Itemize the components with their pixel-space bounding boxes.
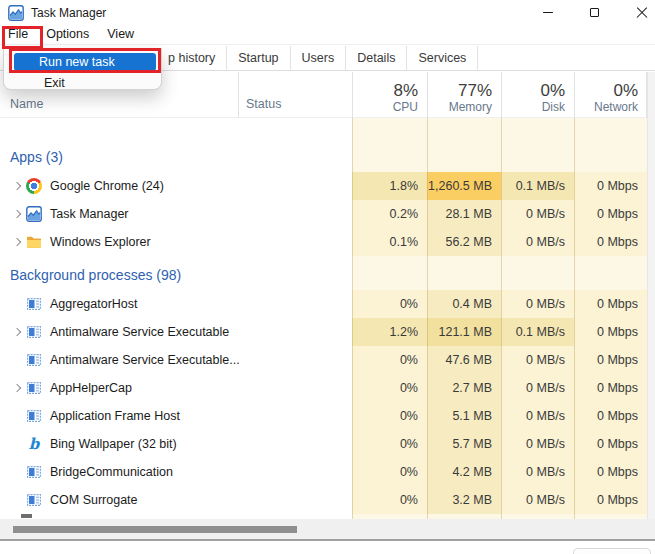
process-row[interactable]: BridgeCommunication0%4.2 MB0 MB/s0 Mbps — [0, 458, 647, 486]
tab-services[interactable]: Services — [407, 46, 478, 70]
process-group-header[interactable]: Background processes (98) — [0, 256, 647, 290]
network-value-cell: 0 Mbps — [574, 430, 647, 458]
network-value-cell: 0 Mbps — [574, 486, 647, 514]
network-value-cell: 0 Mbps — [574, 346, 647, 374]
disk-value-cell: 0 MB/s — [501, 200, 574, 228]
process-table-body: Apps (3)Google Chrome (24)1.8%1,260.5 MB… — [0, 118, 647, 519]
process-row[interactable]: AppHelperCap0%2.7 MB0 MB/s0 Mbps — [0, 374, 647, 402]
minimize-button[interactable] — [524, 0, 571, 25]
usage-percent: 77% — [427, 82, 492, 100]
process-name: Google Chrome (24) — [50, 179, 164, 193]
close-button[interactable] — [618, 0, 655, 25]
process-name-cell: AppHelperCap — [0, 380, 238, 396]
cpu-value-cell: 0% — [352, 290, 427, 318]
process-row[interactable]: Antimalware Service Executable...0%47.6 … — [0, 346, 647, 374]
maximize-icon — [590, 8, 599, 17]
expand-chevron-icon[interactable] — [8, 234, 26, 250]
disk-value-cell: 0 MB/s — [501, 458, 574, 486]
process-row[interactable]: COM Surrogate0%3.2 MB0 MB/s0 Mbps — [0, 486, 647, 514]
vertical-scrollbar[interactable] — [647, 72, 655, 519]
group-label: Background processes (98) — [10, 267, 181, 290]
process-icon — [26, 492, 42, 508]
window-title: Task Manager — [31, 6, 106, 20]
cpu-value-cell: 1.8% — [352, 172, 427, 200]
network-value-cell: 0 Mbps — [574, 172, 647, 200]
process-name: COM Surrogate — [50, 493, 138, 507]
process-row[interactable]: Google Chrome (24)1.8%1,260.5 MB0.1 MB/s… — [0, 172, 647, 200]
process-name-cell: Application Frame Host — [0, 408, 238, 424]
expand-chevron-icon[interactable] — [8, 324, 26, 340]
tab-p-history[interactable]: p history — [163, 46, 227, 70]
cpu-value-cell: 0% — [352, 430, 427, 458]
bing-icon — [26, 436, 42, 452]
task-manager-icon[interactable] — [8, 5, 24, 21]
folder-icon — [26, 234, 42, 250]
process-name-cell: Windows Explorer — [0, 234, 238, 250]
expand-chevron-icon[interactable] — [8, 380, 26, 396]
chevron-placeholder — [8, 408, 26, 424]
file-menu-item-run-new-task[interactable]: Run new task — [14, 53, 156, 71]
header-separator — [238, 72, 239, 118]
chevron-placeholder — [8, 436, 26, 452]
process-row[interactable]: Bing Wallpaper (32 bit)0%5.7 MB0 MB/s0 M… — [0, 430, 647, 458]
column-header-name[interactable]: Name — [10, 97, 43, 111]
maximize-button[interactable] — [571, 0, 618, 25]
column-header-status[interactable]: Status — [246, 97, 281, 111]
process-name: Antimalware Service Executable... — [50, 353, 240, 367]
chevron-placeholder — [8, 352, 26, 368]
memory-value-cell: 56.2 MB — [427, 228, 501, 256]
tab-users[interactable]: Users — [291, 46, 347, 70]
file-menu-item-exit[interactable]: Exit — [4, 75, 161, 91]
group-label: Apps (3) — [10, 149, 63, 172]
process-name: AggregatorHost — [50, 297, 138, 311]
memory-value-cell: 121.1 MB — [427, 318, 501, 346]
column-header-cpu[interactable]: 8%CPU — [352, 72, 427, 118]
process-name-cell: Task Manager — [0, 206, 238, 222]
process-row[interactable]: Task Manager0.2%28.1 MB0 MB/s0 Mbps — [0, 200, 647, 228]
expand-chevron-icon[interactable] — [8, 178, 26, 194]
process-name: Application Frame Host — [50, 409, 180, 423]
disk-value-cell: 0 MB/s — [501, 486, 574, 514]
process-icon — [26, 380, 42, 396]
process-row[interactable]: Windows Explorer0.1%56.2 MB0 MB/s0 Mbps — [0, 228, 647, 256]
usage-label: Disk — [501, 100, 565, 114]
tab-startup[interactable]: Startup — [227, 46, 290, 70]
memory-value-cell: 5.7 MB — [427, 430, 501, 458]
chevron-placeholder — [8, 492, 26, 508]
chrome-icon — [26, 178, 42, 194]
menu-item-view[interactable]: View — [98, 25, 143, 44]
chevron-placeholder — [8, 296, 26, 312]
process-row[interactable]: Antimalware Service Executable1.2%121.1 … — [0, 318, 647, 346]
process-row[interactable]: AggregatorHost0%0.4 MB0 MB/s0 Mbps — [0, 290, 647, 318]
process-name-cell: BridgeCommunication — [0, 464, 238, 480]
process-row[interactable]: Application Frame Host0%5.1 MB0 MB/s0 Mb… — [0, 402, 647, 430]
menu-item-file[interactable]: File — [8, 25, 37, 44]
process-name: Windows Explorer — [50, 235, 151, 249]
process-name: BridgeCommunication — [50, 465, 173, 479]
horizontal-scrollbar[interactable] — [0, 519, 655, 539]
column-header-disk[interactable]: 0%Disk — [501, 72, 574, 118]
close-icon — [636, 7, 648, 19]
column-header-network[interactable]: 0%Network — [574, 72, 647, 118]
menu-item-options[interactable]: Options — [37, 25, 98, 44]
header-separator — [427, 72, 428, 118]
usage-percent: 0% — [501, 82, 565, 100]
memory-value-cell: 3.2 MB — [427, 486, 501, 514]
process-icon — [26, 296, 42, 312]
network-value-cell: 0 Mbps — [574, 458, 647, 486]
cpu-value-cell: 0% — [352, 374, 427, 402]
expand-chevron-icon[interactable] — [8, 206, 26, 222]
process-group-header[interactable]: Apps (3) — [0, 118, 647, 172]
tab-details[interactable]: Details — [346, 46, 407, 70]
column-header-memory[interactable]: 77%Memory — [427, 72, 501, 118]
network-value-cell: 0 Mbps — [574, 200, 647, 228]
horizontal-scrollbar-thumb[interactable] — [13, 526, 297, 533]
memory-value-cell: 0.4 MB — [427, 290, 501, 318]
process-name-cell: Google Chrome (24) — [0, 178, 238, 194]
cpu-value-cell: 0.1% — [352, 228, 427, 256]
column-separator — [427, 118, 428, 519]
disk-value-cell: 0 MB/s — [501, 374, 574, 402]
process-name: Antimalware Service Executable — [50, 325, 229, 339]
cpu-value-cell: 1.2% — [352, 318, 427, 346]
cpu-value-cell: 0% — [352, 458, 427, 486]
